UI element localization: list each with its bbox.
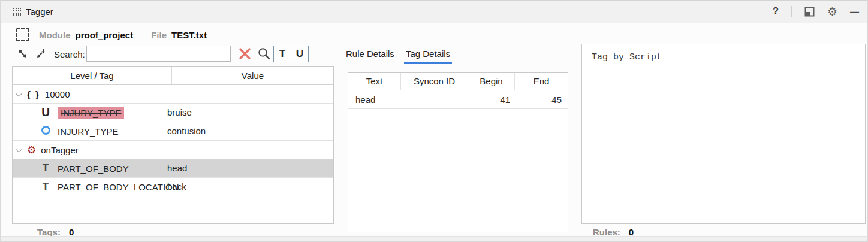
restore-window-icon[interactable] (804, 7, 815, 17)
script-panel-text: Tag by Script (592, 52, 662, 62)
gear-icon: ⚙ (27, 145, 36, 155)
collapse-all-icon[interactable] (35, 48, 47, 59)
letter-t-icon: T (43, 181, 49, 192)
minimize-icon[interactable]: — (850, 7, 858, 17)
tree-group-label: 10000 (45, 89, 70, 99)
letter-t-icon: T (43, 162, 49, 174)
drag-handle-icon[interactable] (13, 8, 21, 16)
tag-tree-table: Level / Tag Value { }10000UINJURY_TYPEbr… (12, 66, 334, 224)
column-header-begin: Begin (468, 73, 515, 90)
filter-t-button[interactable]: T (274, 46, 291, 62)
settings-gear-icon[interactable]: ⚙ (827, 6, 837, 17)
tree-tag-value: back (167, 178, 186, 196)
expand-all-icon[interactable] (17, 48, 28, 59)
letter-u-icon: U (41, 106, 50, 119)
column-header-syncon-id: Syncon ID (401, 73, 468, 90)
tree-tag-label: PART_OF_BODY (58, 164, 129, 174)
details-header-row: TextSyncon IDBeginEnd (348, 73, 568, 90)
help-button[interactable]: ? (773, 6, 779, 17)
tagger-window: Tagger ? ⚙ — Module proof_project File T… (0, 0, 868, 242)
tree-row[interactable]: TPART_OF_BODYhead (13, 159, 333, 178)
module-value: proof_project (76, 30, 134, 40)
column-header-text: Text (348, 73, 401, 90)
details-tabs: Rule DetailsTag Details (344, 49, 452, 64)
tab-tag-details[interactable]: Tag Details (404, 49, 452, 64)
search-input[interactable] (86, 46, 231, 62)
tab-rule-details[interactable]: Rule Details (344, 49, 396, 64)
column-header-level-tag: Level / Tag (13, 67, 172, 84)
tag-details-table: TextSyncon IDBeginEnd head4145 (348, 72, 568, 232)
tree-tag-value: bruise (167, 104, 192, 122)
tree-tag-label: INJURY_TYPE (58, 107, 124, 119)
letter-t-icon: T (38, 181, 53, 193)
chevron-down-icon[interactable] (15, 145, 23, 153)
tree-row[interactable]: TPART_OF_BODY_LOCATIONback (13, 178, 333, 196)
details-cell: 41 (468, 95, 515, 105)
tree-row[interactable]: ⚙onTagger (13, 141, 333, 159)
titlebar-separator (791, 6, 792, 17)
tree-row[interactable]: INJURY_TYPEcontusion (13, 122, 333, 141)
details-cell: 45 (515, 95, 568, 105)
file-value: TEST.txt (171, 30, 207, 40)
letter-u-icon: U (38, 106, 53, 119)
tree-row[interactable]: UINJURY_TYPEbruise (13, 104, 333, 122)
selection-mode-icon[interactable] (16, 28, 29, 41)
context-toolbar: Module proof_project File TEST.txt (16, 28, 207, 42)
window-title: Tagger (26, 7, 53, 17)
title-bar: Tagger ? ⚙ — (1, 1, 867, 23)
module-label: Module (39, 30, 71, 40)
braces-icon: { } (27, 89, 40, 99)
search-label: Search: (54, 49, 85, 59)
circle-icon (38, 126, 53, 137)
chevron-down-icon[interactable] (15, 89, 23, 97)
tree-group-label: onTagger (41, 145, 79, 155)
tree-header-row: Level / Tag Value (13, 67, 333, 85)
file-label: File (151, 30, 167, 40)
letter-t-icon: T (38, 162, 53, 174)
tag-details-row[interactable]: head4145 (348, 90, 568, 109)
tree-tag-value: head (167, 159, 187, 177)
tree-tag-label: INJURY_TYPE (58, 126, 118, 137)
circle-icon (41, 126, 50, 135)
tree-tag-label: PART_OF_BODY_LOCATION (58, 182, 179, 192)
search-magnifier-icon[interactable] (257, 47, 272, 61)
bottom-strip (1, 236, 867, 241)
column-header-end: End (515, 73, 568, 90)
column-header-value: Value (172, 67, 333, 84)
clear-search-icon[interactable] (238, 47, 252, 60)
filter-u-button[interactable]: U (291, 46, 308, 62)
tag-filter-toggle-group: T U (273, 46, 309, 62)
tag-by-script-panel[interactable]: Tag by Script (581, 44, 866, 224)
tree-row[interactable]: { }10000 (13, 85, 333, 104)
details-cell: head (348, 95, 401, 105)
tree-tag-value: contusion (167, 122, 206, 140)
